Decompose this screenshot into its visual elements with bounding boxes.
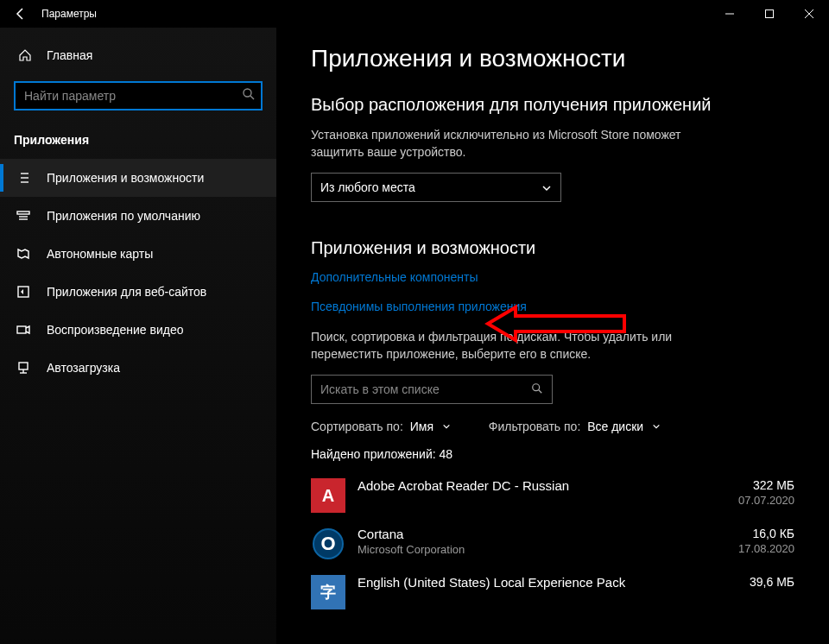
maximize-button[interactable]	[750, 0, 789, 28]
app-size: 39,6 МБ	[708, 575, 794, 589]
filter-value: Все диски	[587, 420, 643, 433]
chevron-down-icon	[541, 182, 552, 193]
svg-rect-17	[19, 363, 28, 369]
dropdown-value: Из любого места	[320, 180, 415, 194]
sort-label: Сортировать по:	[311, 420, 403, 433]
app-size: 322 МБ	[708, 478, 794, 492]
search-icon	[531, 382, 543, 397]
app-icon: 字	[311, 575, 345, 609]
app-name: English (United States) Local Experience…	[358, 575, 696, 590]
sidebar-item-label: Воспроизведение видео	[47, 323, 183, 337]
startup-icon	[16, 360, 31, 376]
svg-rect-12	[17, 212, 29, 214]
app-icon: A	[311, 478, 345, 513]
sidebar-item-default-apps[interactable]: Приложения по умолчанию	[0, 197, 276, 235]
svg-point-4	[244, 89, 251, 97]
window-title: Параметры	[41, 8, 97, 20]
app-row[interactable]: OCortanaMicrosoft Corporation16,0 КБ17.0…	[311, 520, 794, 568]
page-title: Приложения и возможности	[311, 45, 794, 73]
app-name: Cortana	[358, 527, 696, 541]
back-button[interactable]	[7, 0, 35, 28]
map-icon	[16, 246, 31, 262]
choose-desc: Установка приложений исключительно из Mi…	[311, 127, 725, 161]
search-input[interactable]	[14, 81, 263, 110]
filter-label: Фильтровать по:	[489, 420, 580, 433]
sidebar-item-offline-maps[interactable]: Автономные карты	[0, 235, 276, 273]
home-icon	[17, 47, 33, 63]
close-button[interactable]	[789, 0, 829, 28]
defaults-icon	[16, 208, 31, 224]
sidebar-item-label: Приложения по умолчанию	[47, 209, 200, 223]
choose-heading: Выбор расположения для получения приложе…	[311, 95, 794, 115]
website-icon	[16, 284, 31, 300]
section-header: Приложения	[0, 126, 276, 159]
apps-heading: Приложения и возможности	[311, 238, 794, 258]
sort-by-selector[interactable]: Сортировать по: Имя	[311, 420, 452, 433]
search-wrap	[14, 81, 263, 110]
sidebar-item-video-playback[interactable]: Воспроизведение видео	[0, 311, 276, 349]
list-search[interactable]	[311, 375, 553, 404]
svg-line-5	[250, 96, 254, 99]
link-optional-features[interactable]: Дополнительные компоненты	[311, 270, 794, 284]
sidebar-item-startup[interactable]: Автозагрузка	[0, 349, 276, 387]
home-label: Главная	[47, 48, 92, 62]
chevron-down-icon	[442, 420, 452, 430]
list-icon	[16, 170, 31, 186]
minimize-button[interactable]	[710, 0, 750, 28]
app-name: Adobe Acrobat Reader DC - Russian	[358, 478, 696, 493]
found-count: Найдено приложений: 48	[311, 447, 794, 461]
app-row[interactable]: AAdobe Acrobat Reader DC - Russian322 МБ…	[311, 471, 794, 520]
sidebar-item-apps-features[interactable]: Приложения и возможности	[0, 159, 276, 197]
svg-rect-16	[17, 326, 26, 333]
filter-desc: Поиск, сортировка и фильтрация по дискам…	[311, 329, 725, 363]
app-icon: O	[313, 528, 344, 559]
install-source-dropdown[interactable]: Из любого места	[311, 173, 561, 202]
app-size: 16,0 КБ	[708, 527, 794, 540]
list-search-input[interactable]	[320, 382, 526, 396]
app-date: 17.08.2020	[708, 542, 794, 555]
app-row[interactable]: 字English (United States) Local Experienc…	[311, 568, 794, 616]
sidebar-item-apps-for-websites[interactable]: Приложения для веб-сайтов	[0, 273, 276, 311]
filter-by-selector[interactable]: Фильтровать по: Все диски	[489, 420, 662, 433]
sidebar-item-label: Приложения и возможности	[47, 171, 204, 185]
titlebar: Параметры	[0, 0, 829, 28]
sidebar: Главная Приложения Приложения и возможно…	[0, 28, 276, 644]
sidebar-item-label: Автономные карты	[47, 247, 153, 261]
video-icon	[16, 322, 31, 338]
sidebar-item-label: Автозагрузка	[47, 361, 120, 375]
app-date: 07.07.2020	[708, 494, 794, 507]
svg-rect-1	[766, 10, 774, 18]
search-icon	[242, 87, 256, 104]
chevron-down-icon	[652, 420, 662, 430]
sidebar-item-label: Приложения для веб-сайтов	[47, 285, 206, 299]
svg-line-21	[539, 390, 542, 394]
svg-point-20	[533, 384, 540, 391]
home-button[interactable]: Главная	[0, 38, 276, 73]
content: Приложения и возможности Выбор расположе…	[276, 28, 829, 644]
sort-value: Имя	[410, 420, 433, 433]
link-app-aliases[interactable]: Псевдонимы выполнения приложения	[311, 300, 794, 313]
app-publisher: Microsoft Corporation	[358, 543, 696, 556]
